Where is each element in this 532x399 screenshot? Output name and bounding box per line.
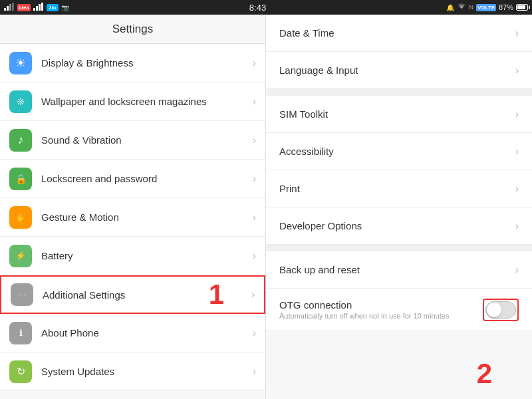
svg-rect-5 bbox=[36, 6, 38, 11]
about-chevron-icon: › bbox=[253, 327, 256, 339]
sidebar-item-about[interactable]: ℹ About Phone › bbox=[0, 314, 265, 352]
battery-percentage: 87% bbox=[499, 3, 513, 11]
camera-icon: 📷 bbox=[61, 4, 69, 11]
settings-title: Settings bbox=[112, 23, 153, 36]
wallpaper-icon: ❊ bbox=[9, 90, 32, 113]
signal-bars2-icon bbox=[33, 3, 44, 12]
sidebar-item-wallpaper[interactable]: ❊ Wallpaper and lockscreen magazines › bbox=[0, 82, 265, 121]
right-item-print[interactable]: Print › bbox=[266, 170, 532, 207]
otg-toggle-box bbox=[483, 299, 519, 321]
display-icon: ☀ bbox=[9, 52, 32, 74]
accessibility-label: Accessibility bbox=[279, 146, 515, 157]
additional-label: Additional Settings bbox=[43, 289, 251, 301]
print-label: Print bbox=[279, 183, 515, 194]
datetime-label: Date & Time bbox=[279, 27, 515, 39]
carrier2-badge: Jio bbox=[47, 4, 59, 11]
wifi-icon bbox=[457, 3, 466, 12]
svg-rect-2 bbox=[9, 4, 11, 11]
print-chevron-icon: › bbox=[515, 183, 519, 195]
otg-toggle[interactable] bbox=[485, 301, 516, 319]
about-label: About Phone bbox=[41, 327, 253, 338]
svg-rect-7 bbox=[41, 3, 43, 11]
developer-chevron-icon: › bbox=[515, 220, 519, 232]
left-panel-header: Settings bbox=[0, 15, 265, 44]
settings-list: ☀ Display & Brightness › ❊ Wallpaper and… bbox=[0, 44, 265, 399]
right-item-developer[interactable]: Developer Options › bbox=[266, 207, 532, 245]
left-panel: Settings ☀ Display & Brightness › ❊ Wall… bbox=[0, 15, 266, 399]
wallpaper-chevron-icon: › bbox=[253, 96, 256, 108]
sim-chevron-icon: › bbox=[515, 108, 519, 120]
right-item-language[interactable]: Language & Input › bbox=[266, 52, 532, 89]
lockscreen-icon: 🔒 bbox=[9, 168, 32, 190]
sidebar-item-additional[interactable]: ··· Additional Settings 1 › bbox=[0, 275, 265, 314]
status-bar: Idea Jio 📷 8:43 🔔 N VOLTE 87% bbox=[0, 0, 532, 15]
right-item-sim[interactable]: SIM Toolkit › bbox=[266, 96, 532, 133]
wallpaper-label: Wallpaper and lockscreen magazines bbox=[41, 96, 253, 107]
additional-icon: ··· bbox=[11, 283, 33, 306]
system-label: System Updates bbox=[41, 366, 253, 377]
datetime-chevron-icon: › bbox=[515, 27, 519, 39]
battery-menu-icon: ⚡ bbox=[9, 245, 32, 267]
sound-label: Sound & Vibration bbox=[41, 134, 253, 146]
signal-bars-icon bbox=[4, 3, 15, 12]
right-item-accessibility[interactable]: Accessibility › bbox=[266, 133, 532, 170]
battery-label: Battery bbox=[41, 250, 253, 261]
sound-icon: ♪ bbox=[9, 129, 32, 152]
otg-label: OTG connection bbox=[279, 299, 483, 311]
sidebar-item-system[interactable]: ↻ System Updates › bbox=[0, 352, 265, 391]
gesture-label: Gesture & Motion bbox=[41, 211, 253, 223]
status-left: Idea Jio 📷 bbox=[4, 3, 69, 12]
accessibility-chevron-icon: › bbox=[515, 146, 519, 158]
battery-icon bbox=[516, 4, 528, 11]
lockscreen-label: Lockscreen and password bbox=[41, 173, 253, 184]
sidebar-item-display[interactable]: ☀ Display & Brightness › bbox=[0, 44, 265, 82]
volte-badge: VOLTE bbox=[476, 4, 496, 11]
backup-label: Back up and reset bbox=[279, 264, 515, 275]
toggle-knob bbox=[487, 303, 501, 317]
additional-chevron-icon: › bbox=[251, 289, 255, 301]
section-gap-2 bbox=[266, 245, 532, 251]
sound-chevron-icon: › bbox=[253, 134, 256, 146]
main-container: Settings ☀ Display & Brightness › ❊ Wall… bbox=[0, 15, 532, 399]
sidebar-item-sound[interactable]: ♪ Sound & Vibration › bbox=[0, 121, 265, 160]
backup-chevron-icon: › bbox=[515, 264, 519, 276]
lockscreen-chevron-icon: › bbox=[253, 173, 256, 185]
svg-rect-3 bbox=[12, 3, 14, 11]
sidebar-item-battery[interactable]: ⚡ Battery › bbox=[0, 237, 265, 275]
language-label: Language & Input bbox=[279, 65, 515, 76]
right-item-datetime[interactable]: Date & Time › bbox=[266, 15, 532, 52]
right-item-otg[interactable]: OTG connection Automatically turn off wh… bbox=[266, 289, 532, 331]
svg-rect-4 bbox=[33, 8, 35, 11]
right-panel: Date & Time › Language & Input › SIM Too… bbox=[266, 15, 532, 399]
carrier1-badge: Idea bbox=[17, 4, 31, 11]
otg-text-block: OTG connection Automatically turn off wh… bbox=[279, 299, 483, 320]
system-chevron-icon: › bbox=[253, 366, 256, 378]
developer-label: Developer Options bbox=[279, 220, 515, 231]
battery-chevron-icon: › bbox=[253, 250, 256, 262]
status-right: 🔔 N VOLTE 87% bbox=[446, 3, 528, 12]
right-item-backup[interactable]: Back up and reset › bbox=[266, 251, 532, 289]
svg-rect-0 bbox=[4, 8, 6, 11]
nfc-icon: N bbox=[469, 4, 473, 11]
sim-label: SIM Toolkit bbox=[279, 108, 515, 120]
system-icon: ↻ bbox=[9, 360, 32, 383]
svg-rect-1 bbox=[7, 6, 9, 11]
right-panel-wrapper: Date & Time › Language & Input › SIM Too… bbox=[266, 15, 532, 399]
clock: 8:43 bbox=[249, 3, 266, 13]
section-gap-1 bbox=[266, 89, 532, 96]
sidebar-item-gesture[interactable]: ✋ Gesture & Motion › bbox=[0, 198, 265, 237]
display-chevron-icon: › bbox=[253, 57, 256, 69]
otg-subtitle: Automatically turn off when not in use f… bbox=[279, 312, 483, 320]
language-chevron-icon: › bbox=[515, 65, 519, 76]
alarm-icon: 🔔 bbox=[446, 4, 454, 11]
svg-rect-6 bbox=[39, 4, 41, 11]
display-label: Display & Brightness bbox=[41, 57, 253, 68]
about-icon: ℹ bbox=[9, 322, 32, 344]
sidebar-item-lockscreen[interactable]: 🔒 Lockscreen and password › bbox=[0, 160, 265, 198]
gesture-chevron-icon: › bbox=[253, 211, 256, 223]
gesture-icon: ✋ bbox=[9, 206, 32, 229]
